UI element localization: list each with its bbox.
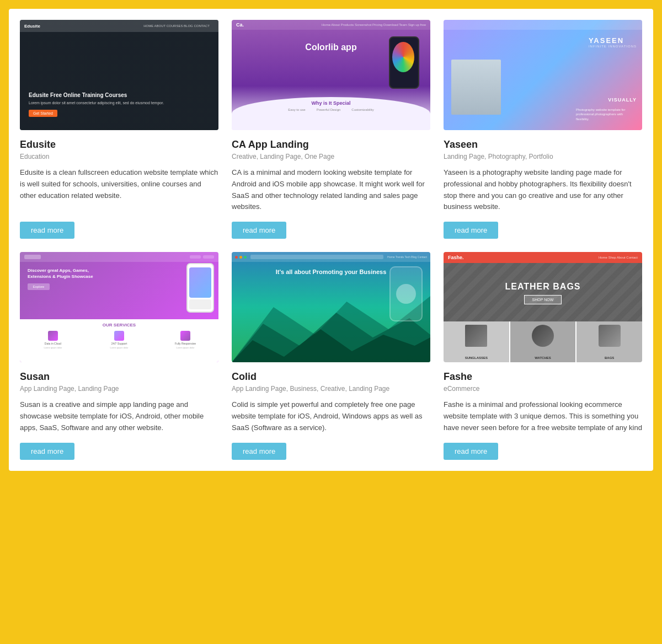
card-title-edusite: Edusite: [20, 139, 218, 151]
card-thumbnail-susan: Discover great Apps, Games, Extensions &…: [20, 252, 218, 362]
card-title-colid: Colid: [232, 371, 430, 383]
read-more-button-colid[interactable]: read more: [232, 443, 286, 460]
card-tags-colid: App Landing Page, Business, Creative, La…: [232, 385, 430, 393]
card-tags-fashe: eCommerce: [444, 385, 642, 393]
card-thumbnail-colid: Home Trends Tech Blog Contact It's all a…: [232, 252, 430, 362]
card-yaseen: YASEEN INFINITE INNOVATIONS VISUALLY Pho…: [444, 20, 642, 239]
read-more-button-susan[interactable]: read more: [20, 443, 74, 460]
card-edusite: Edusite HOME ABOUT COURSES BLOG CONTACT …: [20, 20, 218, 239]
card-desc-yaseen: Yaseen is a photography website landing …: [444, 167, 642, 213]
card-thumbnail-ca-app-landing: Ca. Home About Products Screenshot Prici…: [232, 20, 430, 130]
card-fashe: Fashe. Home Shop About Contact LEATHER B…: [444, 252, 642, 459]
card-desc-susan: Susan is a creative and simple app landi…: [20, 399, 218, 433]
read-more-button-edusite[interactable]: read more: [20, 222, 74, 239]
read-more-button-yaseen[interactable]: read more: [444, 222, 498, 239]
card-title-ca-app-landing: CA App Landing: [232, 139, 430, 151]
card-thumbnail-fashe: Fashe. Home Shop About Contact LEATHER B…: [444, 252, 642, 362]
card-title-susan: Susan: [20, 371, 218, 383]
card-thumbnail-yaseen: YASEEN INFINITE INNOVATIONS VISUALLY Pho…: [444, 20, 642, 130]
card-colid: Home Trends Tech Blog Contact It's all a…: [232, 252, 430, 459]
card-tags-ca-app-landing: Creative, Landing Page, One Page: [232, 153, 430, 160]
card-desc-colid: Colid is simple yet powerful and complet…: [232, 399, 430, 433]
card-desc-ca-app-landing: CA is a minimal and modern looking websi…: [232, 167, 430, 213]
card-title-fashe: Fashe: [444, 371, 642, 383]
card-tags-yaseen: Landing Page, Photography, Portfolio: [444, 153, 642, 160]
card-tags-susan: App Landing Page, Landing Page: [20, 385, 218, 393]
read-more-button-fashe[interactable]: read more: [444, 443, 498, 460]
card-thumbnail-edusite: Edusite HOME ABOUT COURSES BLOG CONTACT …: [20, 20, 218, 130]
card-title-yaseen: Yaseen: [444, 139, 642, 151]
card-susan: Discover great Apps, Games, Extensions &…: [20, 252, 218, 459]
card-grid: Edusite HOME ABOUT COURSES BLOG CONTACT …: [9, 9, 653, 471]
card-desc-edusite: Edusite is a clean fullscreen education …: [20, 167, 218, 213]
card-desc-fashe: Fashe is a minimal and professional look…: [444, 399, 642, 433]
card-ca-app-landing: Ca. Home About Products Screenshot Prici…: [232, 20, 430, 239]
card-tags-edusite: Education: [20, 153, 218, 160]
read-more-button-ca-app-landing[interactable]: read more: [232, 222, 286, 239]
